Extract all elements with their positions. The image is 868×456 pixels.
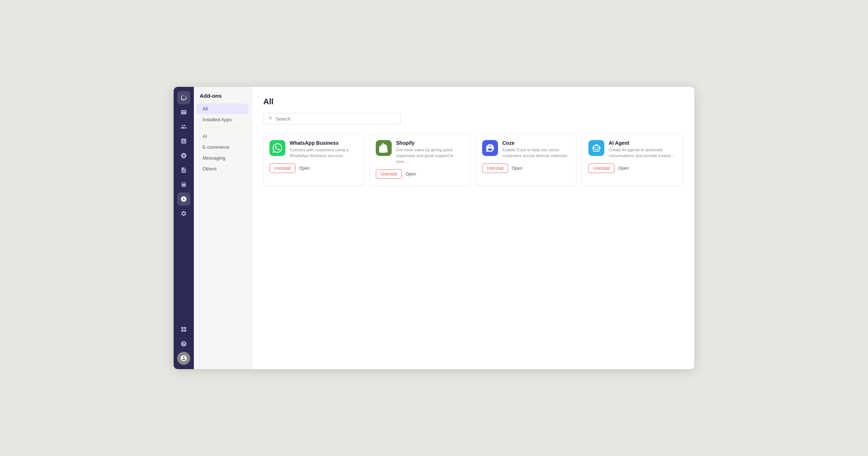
- addons-nav-icon[interactable]: [177, 193, 190, 206]
- coze-desc: Enable Coze to help you serve customers …: [502, 147, 570, 159]
- nav-ecommerce[interactable]: E-commerce: [197, 142, 248, 152]
- whatsapp-name: WhatsApp Business: [290, 140, 358, 146]
- app-container: Add-ons All Installed Apps AI E-commerce…: [174, 87, 694, 369]
- page-title: All: [263, 97, 683, 106]
- secondary-sidebar: Add-ons All Installed Apps AI E-commerce…: [194, 87, 252, 369]
- nav-all[interactable]: All: [197, 104, 248, 114]
- shopify-uninstall-button[interactable]: Uninstall: [376, 169, 402, 179]
- sidebar-title: Add-ons: [194, 93, 251, 103]
- coze-open-button[interactable]: Open: [511, 164, 523, 173]
- settings-nav-icon[interactable]: [177, 207, 190, 220]
- chat-nav-icon[interactable]: [177, 91, 190, 104]
- database-nav-icon[interactable]: [177, 178, 190, 191]
- team-nav-icon[interactable]: [177, 149, 190, 162]
- whatsapp-open-button[interactable]: Open: [298, 164, 310, 173]
- whatsapp-uninstall-button[interactable]: Uninstall: [269, 164, 295, 173]
- aiagent-desc: Create AI agents to automate conversatio…: [609, 147, 677, 159]
- nav-ai[interactable]: AI: [197, 131, 248, 142]
- search-icon: [268, 116, 273, 122]
- shopify-open-button[interactable]: Open: [405, 170, 417, 178]
- search-bar[interactable]: [263, 113, 401, 124]
- search-input[interactable]: [276, 116, 396, 122]
- analytics-nav-icon[interactable]: [177, 135, 190, 148]
- help-nav-icon[interactable]: [177, 337, 190, 350]
- aiagent-name: AI Agent: [609, 140, 677, 146]
- coze-name: Coze: [502, 140, 570, 146]
- aiagent-icon: [588, 140, 604, 156]
- nav-installed-apps[interactable]: Installed Apps: [197, 114, 248, 125]
- app-card-shopify: Shopify Get more sales by giving quick r…: [370, 133, 470, 186]
- aiagent-open-button[interactable]: Open: [617, 164, 629, 173]
- shopify-desc: Get more sales by giving quick responses…: [396, 147, 464, 164]
- app-card-whatsapp: WhatsApp Business Connect with customers…: [263, 133, 364, 186]
- main-content: All WhatsApp Business Connect with custo…: [252, 87, 694, 369]
- app-card-coze: Coze Enable Coze to help you serve custo…: [476, 133, 576, 186]
- whatsapp-desc: Connect with customers using a WhatsApp …: [290, 147, 358, 159]
- reports-nav-icon[interactable]: [177, 164, 190, 177]
- user-avatar[interactable]: [177, 352, 190, 365]
- sidebar-divider: [200, 128, 246, 128]
- coze-icon: [482, 140, 498, 156]
- grid-nav-icon[interactable]: [177, 323, 190, 336]
- inbox-nav-icon[interactable]: [177, 106, 190, 119]
- nav-others[interactable]: Others: [197, 164, 248, 174]
- coze-uninstall-button[interactable]: Uninstall: [482, 164, 508, 173]
- whatsapp-icon: [269, 140, 285, 156]
- aiagent-uninstall-button[interactable]: Uninstall: [588, 164, 614, 173]
- icon-sidebar: [174, 87, 194, 369]
- contacts-nav-icon[interactable]: [177, 120, 190, 133]
- nav-messaging[interactable]: Messaging: [197, 153, 248, 163]
- shopify-icon: [376, 140, 392, 156]
- apps-grid: WhatsApp Business Connect with customers…: [263, 133, 683, 186]
- shopify-name: Shopify: [396, 140, 464, 146]
- app-card-aiagent: AI Agent Create AI agents to automate co…: [582, 133, 683, 186]
